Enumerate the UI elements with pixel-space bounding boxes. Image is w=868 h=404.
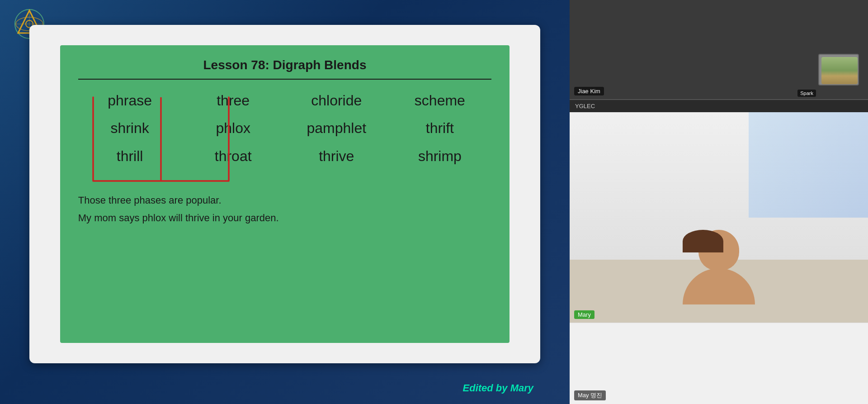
sentence-2: My mom says phlox will thrive in your ga… xyxy=(78,209,491,227)
word-three: three xyxy=(181,89,285,113)
word-phlox: phlox xyxy=(181,116,285,141)
slide-title: Lesson 78: Digraph Blends xyxy=(78,58,491,80)
yglec-label: YGLEC xyxy=(570,100,868,112)
participant-may: May 명진 xyxy=(570,323,868,404)
word-thrive: thrive xyxy=(285,144,388,169)
thumbnail-spark xyxy=(818,54,859,86)
sentence-1: Those three phases are popular. xyxy=(78,191,491,209)
sidebar: Jiae Kim Spark YGLEC Mary xyxy=(570,0,868,404)
word-thrill: thrill xyxy=(78,144,182,169)
word-shrink: shrink xyxy=(78,116,182,141)
lesson-slide: Lesson 78: Digraph Blends phrase three c… xyxy=(60,45,509,343)
word-chloride: chloride xyxy=(285,89,388,113)
participant-may-label: May 명진 xyxy=(574,390,606,400)
slide-container: Lesson 78: Digraph Blends phrase three c… xyxy=(29,25,540,363)
word-scheme: scheme xyxy=(388,89,492,113)
watermark: Edited by Mary xyxy=(463,382,533,394)
participant-mary: Mary xyxy=(570,112,868,323)
main-presentation-area: Lesson 78: Digraph Blends phrase three c… xyxy=(0,0,570,404)
sentences-area: Those three phases are popular. My mom s… xyxy=(78,187,491,227)
word-pamphlet: pamphlet xyxy=(285,116,388,141)
word-phrase: phrase xyxy=(78,89,182,113)
word-thrift: thrift xyxy=(388,116,492,141)
participant-mary-label: Mary xyxy=(574,310,594,319)
word-throat: throat xyxy=(181,144,285,169)
thumbnail-spark-label: Spark xyxy=(797,90,816,97)
thumbnail-image xyxy=(821,57,858,84)
participant-jiae-kim-label: Jiae Kim xyxy=(574,87,604,95)
words-grid: phrase three chloride scheme shrink phlo… xyxy=(78,89,491,169)
word-shrimp: shrimp xyxy=(388,144,492,169)
participant-jiae-kim: Jiae Kim Spark xyxy=(570,0,868,100)
